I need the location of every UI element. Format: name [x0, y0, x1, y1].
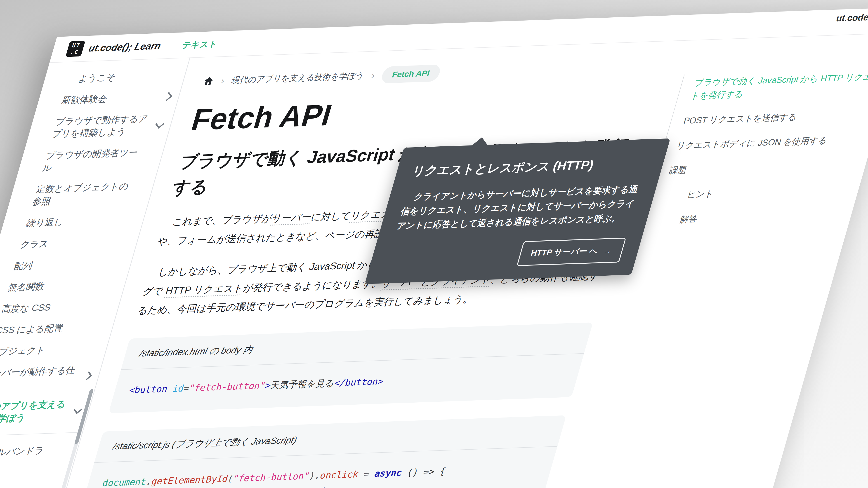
- toc-item[interactable]: ブラウザで動く JavaScript から HTTP リクエストを発行する: [689, 70, 868, 103]
- sidebar-item[interactable]: サーバーが動作する仕組み: [0, 359, 96, 396]
- code-card-js: /static/script.js (ブラウザ上で動く JavaScript) …: [64, 416, 566, 488]
- code-token: <button: [128, 384, 169, 395]
- toc-item[interactable]: ヒント: [660, 182, 854, 202]
- home-icon[interactable]: [202, 76, 215, 86]
- sidebar-item[interactable]: オブジェクト: [0, 337, 102, 363]
- chevron-right-icon: [83, 371, 92, 380]
- code-token: "fetch-button": [232, 470, 311, 484]
- sidebar-item-label: CSS による配置: [0, 322, 65, 337]
- sidebar-item-label: 無名関数: [6, 280, 46, 293]
- code-token: 天気予報を見る: [269, 378, 336, 390]
- glossary-term[interactable]: HTTP リクエスト: [164, 283, 245, 298]
- toc-item[interactable]: リクエストボディに JSON を使用する: [675, 133, 868, 152]
- code-card-html: /static/index.html の body 内 <button id="…: [108, 322, 593, 413]
- breadcrumb-current-badge: Fetch API: [380, 65, 442, 84]
- text-run: に対して: [310, 210, 352, 223]
- sidebar-divider: [0, 432, 82, 437]
- code-token: getElementById: [150, 474, 229, 487]
- breadcrumb-parent-link[interactable]: 現代のアプリを支える技術を学ぼう: [230, 70, 366, 86]
- sidebar-item-label: ようこそ: [66, 71, 117, 85]
- toc-item[interactable]: 課題: [668, 158, 861, 177]
- sidebar-item[interactable]: CSS による配置: [0, 316, 108, 341]
- code-token: onclick: [319, 469, 360, 481]
- sidebar-item[interactable]: 定数とオブジェクトの参照: [30, 175, 149, 212]
- sidebar-item-label: ブラウザの開発者ツール: [41, 146, 147, 174]
- sidebar-item-label: 配列: [13, 259, 34, 272]
- sidebar-item-label: モジュールバンドラ: [0, 444, 46, 459]
- breadcrumb-separator-icon: ›: [220, 75, 226, 86]
- desktop-background: UT .C ut.code(); Learn テキスト ut.code(); よ…: [0, 0, 868, 488]
- sidebar-item-label: 高度な CSS: [0, 301, 53, 315]
- sidebar-item-label: 繰り返し: [25, 216, 65, 229]
- sidebar-item[interactable]: ブラウザの開発者ツール: [39, 141, 158, 178]
- sidebar-item[interactable]: 新歓体験会: [59, 86, 174, 111]
- chevron-down-icon: [155, 120, 164, 129]
- text-run: が発行できるようになります。: [242, 278, 384, 293]
- arrow-right-icon: →: [602, 246, 613, 256]
- chevron-down-icon: [73, 405, 83, 414]
- browser-page: UT .C ut.code(); Learn テキスト ut.code(); よ…: [0, 7, 868, 488]
- external-site-link[interactable]: ut.code();: [835, 11, 868, 24]
- utcode-logo-icon[interactable]: UT .C: [66, 41, 86, 57]
- sidebar-item[interactable]: 繰り返し: [24, 208, 139, 234]
- code-token: </button>: [333, 376, 385, 388]
- nav-link-text[interactable]: テキスト: [181, 38, 219, 51]
- glossary-term[interactable]: サーバー: [270, 212, 313, 226]
- chevron-right-icon: [163, 92, 172, 101]
- brand-title[interactable]: ut.code(); Learn: [88, 40, 162, 54]
- sidebar-item[interactable]: ようこそ: [65, 64, 180, 90]
- code-token: "fetch-button": [188, 380, 267, 393]
- breadcrumb: › 現代のアプリを支える技術を学ぼう › Fetch API: [201, 57, 669, 90]
- logo-line2: .C: [69, 49, 80, 56]
- code-token: document: [101, 476, 148, 488]
- sidebar-item-label: ブラウザで動作するアプリを構築しよう: [51, 112, 157, 140]
- tooltip-button-label: HTTP サーバー へ: [529, 246, 599, 259]
- toc-item[interactable]: 解答: [653, 207, 847, 227]
- toc-item[interactable]: POST リクエストを送信する: [682, 108, 868, 127]
- term-tooltip: リクエストとレスポンス (HTTP) クライアントからサーバーに対しサービスを要…: [365, 138, 670, 284]
- layout-columns: ようこそ新歓体験会ブラウザで動作するアプリを構築しようブラウザの開発者ツール定数…: [0, 33, 868, 488]
- sidebar-item-label: オブジェクト: [0, 344, 47, 358]
- sidebar-item[interactable]: モジュールバンドラ: [0, 439, 73, 464]
- external-site-label: ut.code();: [835, 11, 868, 23]
- tooltip-body: クライアントからサーバーに対しサービスを要求する通信をリクエスト、リクエストに対…: [395, 182, 642, 233]
- sidebar-item[interactable]: 無名関数: [5, 273, 120, 298]
- text-run: これまで、ブラウザが: [171, 213, 274, 227]
- sidebar-item[interactable]: ブラウザで動作するアプリを構築しよう: [49, 107, 168, 144]
- sidebar-item-label: 新歓体験会: [60, 92, 109, 106]
- code-token: async: [373, 467, 403, 479]
- sidebar-item-label: 現代のアプリを支える技術を学ぼう: [0, 397, 75, 426]
- sidebar-item[interactable]: 現代のアプリを支える技術を学ぼう: [0, 392, 86, 430]
- tooltip-title: リクエストとレスポンス (HTTP): [410, 154, 650, 180]
- sidebar-item-label: 定数とオブジェクトの参照: [31, 180, 138, 208]
- logo-line1: UT: [71, 42, 82, 49]
- sidebar-item[interactable]: クラス: [18, 230, 133, 255]
- sidebar-item-label: サーバーが動作する仕組み: [0, 364, 85, 392]
- toc-list: ブラウザで動く JavaScript から HTTP リクエストを発行するPOS…: [653, 70, 868, 227]
- code-token: () => {: [400, 466, 447, 478]
- sidebar-item[interactable]: 配列: [11, 252, 126, 277]
- breadcrumb-separator-icon: ›: [370, 70, 376, 80]
- page-title: Fetch API: [188, 86, 661, 137]
- sidebar-item[interactable]: 高度な CSS: [0, 294, 114, 320]
- code-token: "/weather": [266, 486, 323, 488]
- sidebar-item-label: クラス: [19, 237, 50, 251]
- tooltip-http-server-button[interactable]: HTTP サーバー へ →: [517, 238, 626, 266]
